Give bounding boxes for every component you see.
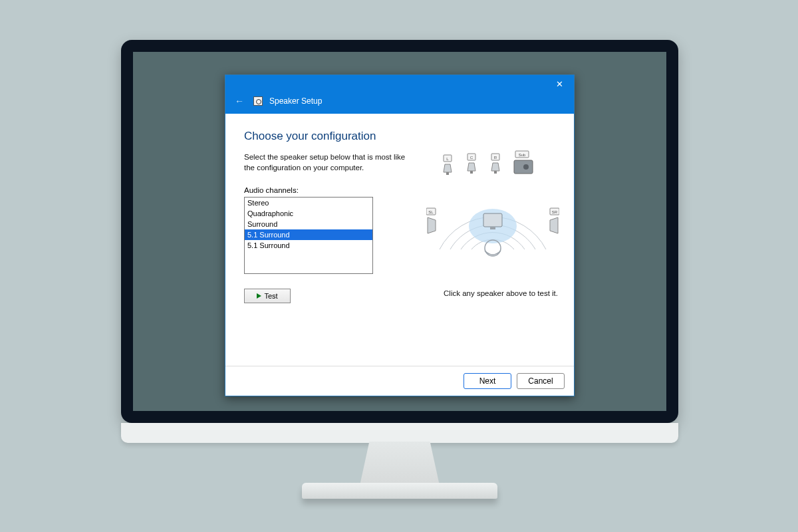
- svg-marker-25: [550, 217, 558, 233]
- svg-marker-10: [467, 163, 475, 171]
- svg-rect-2: [483, 213, 502, 227]
- diagram-hint: Click any speaker above to test it.: [444, 289, 558, 297]
- monitor-stand-base: [302, 483, 497, 499]
- svg-rect-7: [446, 172, 449, 175]
- svg-text:R: R: [494, 156, 497, 160]
- dialog-footer: Next Cancel: [225, 366, 574, 396]
- play-icon: [257, 293, 261, 299]
- page-heading: Choose your configuration: [244, 130, 555, 143]
- svg-text:C: C: [470, 156, 473, 160]
- monitor-chin: [121, 423, 678, 443]
- channel-option[interactable]: 5.1 Surround: [245, 229, 372, 240]
- svg-rect-15: [494, 171, 497, 174]
- svg-text:Sub: Sub: [519, 153, 526, 157]
- svg-marker-14: [491, 163, 499, 171]
- next-button-label: Next: [479, 376, 496, 386]
- back-button[interactable]: ←: [232, 94, 247, 108]
- monitor-bezel: ✕ ← Speaker Setup Choose your configurat…: [121, 40, 678, 423]
- close-button[interactable]: ✕: [545, 75, 574, 92]
- monitor-screen: ✕ ← Speaker Setup Choose your configurat…: [133, 52, 666, 411]
- svg-rect-3: [490, 227, 495, 229]
- test-button-label: Test: [264, 292, 277, 300]
- svg-point-19: [523, 164, 529, 170]
- next-button[interactable]: Next: [464, 373, 511, 389]
- speaker-setup-dialog: ✕ ← Speaker Setup Choose your configurat…: [225, 74, 575, 396]
- channel-option[interactable]: Stereo: [245, 198, 372, 208]
- close-icon: ✕: [556, 79, 563, 89]
- channel-option[interactable]: 5.1 Surround: [245, 240, 372, 251]
- svg-marker-22: [428, 217, 436, 233]
- cancel-button[interactable]: Cancel: [517, 373, 565, 389]
- svg-marker-6: [444, 164, 452, 172]
- titlebar-content: ← Speaker Setup: [232, 94, 322, 108]
- svg-text:SL: SL: [428, 210, 434, 214]
- channel-option[interactable]: Surround: [245, 219, 372, 229]
- audio-channels-listbox[interactable]: StereoQuadraphonicSurround5.1 Surround5.…: [244, 197, 373, 274]
- instructions-text: Select the speaker setup below that is m…: [244, 152, 417, 173]
- cancel-button-label: Cancel: [528, 376, 553, 386]
- dialog-content: Choose your configuration Select the spe…: [225, 114, 574, 366]
- speaker-diagram[interactable]: L C R Sub SL SR: [426, 150, 559, 261]
- test-button[interactable]: Test: [244, 289, 291, 303]
- svg-text:SR: SR: [552, 210, 558, 214]
- svg-rect-11: [470, 171, 473, 174]
- speaker-app-icon: [253, 96, 263, 106]
- titlebar: ✕ ← Speaker Setup: [225, 75, 574, 114]
- window-title: Speaker Setup: [269, 96, 322, 106]
- channel-option[interactable]: Quadraphonic: [245, 208, 372, 219]
- monitor-stand-neck: [360, 442, 440, 485]
